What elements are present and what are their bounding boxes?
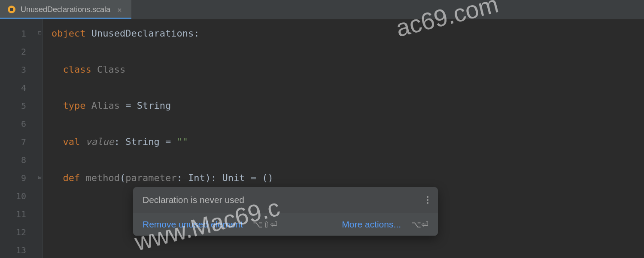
line-number: 11	[0, 205, 43, 223]
code-line	[52, 151, 644, 169]
line-number: 7	[0, 133, 43, 151]
more-options-icon[interactable]	[427, 196, 428, 204]
popup-title: Declaration is never used	[143, 195, 244, 205]
popup-header: Declaration is never used	[133, 187, 438, 213]
line-number: 1	[0, 25, 43, 43]
code-line: class Class	[52, 61, 644, 79]
popup-actions: Remove unused element ⌥⇧⏎ More actions..…	[133, 213, 438, 236]
line-number: 12	[0, 223, 43, 241]
shortcut-label: ⌥⏎	[411, 219, 428, 230]
remove-unused-action[interactable]: Remove unused element	[143, 219, 243, 230]
code-line	[52, 43, 644, 61]
more-actions-link[interactable]: More actions...	[342, 219, 401, 230]
line-number: 10	[0, 187, 43, 205]
line-number: 6	[0, 115, 43, 133]
tab-bar: UnusedDeclarations.scala ×	[0, 0, 644, 19]
close-icon[interactable]: ×	[115, 5, 124, 14]
line-number: 2	[0, 43, 43, 61]
line-number: 8	[0, 151, 43, 169]
code-line	[52, 79, 644, 97]
line-number: 5	[0, 97, 43, 115]
shortcut-label: ⌥⇧⏎	[253, 219, 277, 230]
fold-minus-icon[interactable]: ⊟	[38, 174, 41, 181]
code-line	[52, 241, 644, 258]
line-number: 13	[0, 241, 43, 258]
tab-filename: UnusedDeclarations.scala	[21, 5, 110, 14]
code-line: def method(parameter: Int): Unit = ()	[52, 169, 644, 187]
file-tab[interactable]: UnusedDeclarations.scala ×	[0, 0, 131, 19]
code-line	[52, 115, 644, 133]
line-number: 4	[0, 79, 43, 97]
fold-minus-icon[interactable]: ⊟	[38, 29, 41, 36]
line-number: 3	[0, 61, 43, 79]
code-line: type Alias = String	[52, 97, 644, 115]
gutter: 1 2 3 4 5 6 7 8 9 10 11 12 13	[0, 19, 43, 258]
scala-file-icon	[8, 6, 15, 13]
line-number: 9	[0, 169, 43, 187]
code-line: object UnusedDeclarations:	[52, 25, 644, 43]
inspection-popup: Declaration is never used Remove unused …	[133, 187, 438, 236]
code-line: val value: String = ""	[52, 133, 644, 151]
